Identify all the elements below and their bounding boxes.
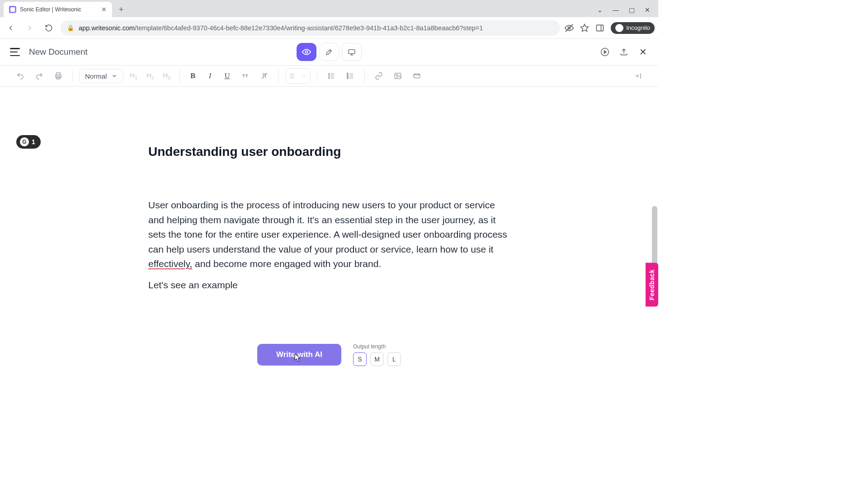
spell-suggestion[interactable]: effectively, <box>148 258 192 269</box>
underline-button[interactable]: U <box>221 71 234 80</box>
scrollbar[interactable] <box>652 89 657 367</box>
panel-icon[interactable] <box>595 23 604 33</box>
incognito-badge[interactable]: Incognito <box>611 22 655 34</box>
incognito-icon <box>615 24 623 32</box>
chevron-down-icon <box>111 73 118 79</box>
print-button[interactable] <box>51 68 66 84</box>
chevron-down-icon[interactable]: ⌄ <box>597 6 603 14</box>
preview-tab[interactable] <box>297 43 316 61</box>
favicon-icon <box>9 6 16 13</box>
back-button[interactable] <box>4 21 18 35</box>
document-body[interactable]: Understanding user onboarding User onboa… <box>144 145 514 291</box>
share-icon[interactable] <box>618 47 629 57</box>
quote-button[interactable] <box>238 68 253 84</box>
svg-rect-6 <box>349 50 355 54</box>
svg-marker-2 <box>581 24 589 31</box>
grammar-count: 1 <box>32 138 35 145</box>
svg-marker-8 <box>604 51 606 54</box>
svg-rect-29 <box>414 74 420 78</box>
editor-area[interactable]: G 1 Understanding user onboarding User o… <box>0 87 658 369</box>
browser-chrome: Sonic Editor | Writesonic ✕ + ⌄ ― ▢ ✕ 🔒 … <box>0 0 658 39</box>
maximize-icon[interactable]: ▢ <box>629 6 635 14</box>
minimize-icon[interactable]: ― <box>613 6 619 14</box>
format-toolbar: Normal H1 H2 H3 B I U 123 <box>0 65 658 87</box>
browser-tab[interactable]: Sonic Editor | Writesonic ✕ <box>4 2 112 17</box>
italic-button[interactable]: I <box>203 71 217 80</box>
svg-point-19 <box>328 77 329 78</box>
reload-button[interactable] <box>42 21 56 35</box>
present-tab[interactable] <box>342 43 362 61</box>
output-length-group: Output length S M L <box>353 343 401 366</box>
close-panel-icon[interactable]: ✕ <box>637 47 648 57</box>
menu-icon[interactable] <box>10 48 20 56</box>
tab-bar: Sonic Editor | Writesonic ✕ + ⌄ ― ▢ ✕ <box>0 0 658 17</box>
link-button[interactable] <box>371 68 387 84</box>
eye-off-icon[interactable] <box>565 23 574 33</box>
url-path: /template/6bc4afed-9370-46c4-befc-88e12e… <box>135 24 483 32</box>
svg-point-17 <box>328 75 329 76</box>
bold-button[interactable]: B <box>186 71 200 80</box>
align-dropdown[interactable] <box>285 68 311 84</box>
svg-point-5 <box>306 51 308 53</box>
url-host: app.writesonic.com <box>79 24 135 32</box>
collapse-panel-icon[interactable] <box>630 68 646 84</box>
paragraph-style-dropdown[interactable]: Normal <box>79 69 123 83</box>
play-icon[interactable] <box>599 47 610 57</box>
rocket-tab[interactable] <box>319 43 339 61</box>
write-with-ai-button[interactable]: Write with AI <box>257 344 341 366</box>
app-header: New Document ✕ <box>0 39 658 65</box>
output-length-l[interactable]: L <box>387 352 401 366</box>
url-field[interactable]: 🔒 app.writesonic.com/template/6bc4afed-9… <box>61 20 560 36</box>
tab-close-icon[interactable]: ✕ <box>101 6 107 13</box>
feedback-tab[interactable]: Feedback <box>646 263 658 307</box>
star-icon[interactable] <box>580 23 589 33</box>
view-switcher <box>297 43 362 61</box>
ai-write-bar: Write with AI Output length S M L <box>249 339 409 369</box>
undo-button[interactable] <box>13 68 28 84</box>
svg-point-28 <box>396 75 397 76</box>
section-heading[interactable]: Understanding user onboarding <box>148 145 510 159</box>
tab-title: Sonic Editor | Writesonic <box>20 6 81 13</box>
heading3-button[interactable]: H3 <box>160 71 173 80</box>
redo-button[interactable] <box>32 68 47 84</box>
address-bar: 🔒 app.writesonic.com/template/6bc4afed-9… <box>0 17 658 39</box>
grammar-icon: G <box>20 137 29 146</box>
forward-button[interactable] <box>23 21 37 35</box>
svg-point-15 <box>328 73 329 74</box>
paragraph-1[interactable]: User onboarding is the process of introd… <box>148 198 510 272</box>
clear-format-button[interactable] <box>257 68 272 84</box>
image-button[interactable] <box>390 68 406 84</box>
close-window-icon[interactable]: ✕ <box>645 6 650 14</box>
new-tab-button[interactable]: + <box>115 3 127 16</box>
heading2-button[interactable]: H2 <box>144 71 156 80</box>
svg-text:3: 3 <box>347 76 348 79</box>
output-length-m[interactable]: M <box>370 352 384 366</box>
lock-icon: 🔒 <box>67 24 74 31</box>
video-button[interactable] <box>409 68 425 84</box>
document-title[interactable]: New Document <box>29 47 88 57</box>
paragraph-2[interactable]: Let's see an example <box>148 280 510 291</box>
output-length-s[interactable]: S <box>353 352 367 366</box>
window-controls: ⌄ ― ▢ ✕ <box>597 6 658 17</box>
number-list-button[interactable]: 123 <box>343 68 358 84</box>
bullet-list-button[interactable] <box>324 68 339 84</box>
grammar-badge[interactable]: G 1 <box>16 135 41 149</box>
svg-rect-3 <box>597 25 604 31</box>
heading1-button[interactable]: H1 <box>127 71 140 80</box>
output-length-label: Output length <box>353 343 401 350</box>
